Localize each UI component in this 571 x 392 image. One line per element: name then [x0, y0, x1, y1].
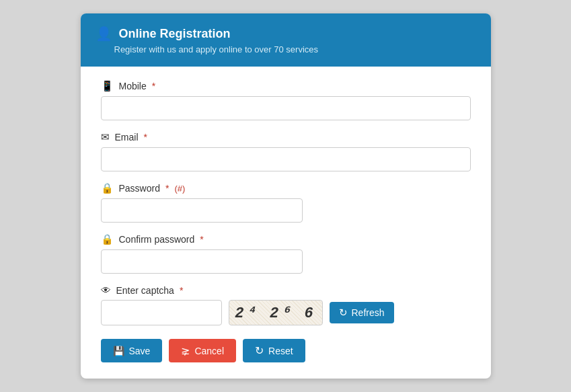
email-input[interactable] [101, 147, 471, 171]
user-icon: 👤 [96, 26, 112, 42]
mobile-required: * [152, 81, 155, 91]
email-required: * [144, 132, 147, 143]
cancel-button[interactable]: ⪈ Cancel [169, 339, 236, 362]
password-hint: (#) [174, 184, 185, 194]
captcha-display: 2⁴ 2⁶ 6 [235, 304, 316, 322]
mobile-icon: 📱 [101, 80, 114, 92]
password-field-group: 🔒 Password* (#) [101, 182, 471, 223]
mobile-field-group: 📱 Mobile* [101, 80, 471, 120]
confirm-password-required: * [200, 234, 203, 245]
captcha-required: * [180, 285, 183, 296]
form-title-row: 👤 Online Registration [96, 26, 476, 42]
refresh-button[interactable]: ↻ Refresh [330, 302, 394, 323]
form-header: 👤 Online Registration Register with us a… [81, 13, 491, 67]
lock2-icon: 🔒 [101, 233, 114, 245]
password-label: 🔒 Password* (#) [101, 182, 471, 194]
reset-button[interactable]: ↻ Reset [243, 339, 305, 362]
confirm-password-field-group: 🔒 Confirm password* [101, 233, 471, 274]
password-input[interactable] [101, 198, 303, 223]
mobile-input[interactable] [101, 96, 471, 120]
cancel-icon: ⪈ [181, 344, 190, 357]
confirm-password-label: 🔒 Confirm password* [101, 233, 471, 245]
refresh-icon: ↻ [339, 307, 348, 319]
confirm-password-input[interactable] [101, 249, 303, 274]
form-subtitle: Register with us and apply online to ove… [96, 44, 476, 54]
email-label: ✉ Email* [101, 131, 471, 143]
captcha-input[interactable] [101, 300, 222, 325]
form-title: Online Registration [119, 27, 231, 41]
email-field-group: ✉ Email* [101, 131, 471, 171]
registration-form-card: 👤 Online Registration Register with us a… [81, 13, 491, 379]
captcha-image: 2⁴ 2⁶ 6 [229, 300, 323, 325]
eye-icon: 👁 [101, 284, 111, 296]
password-required: * [165, 183, 169, 194]
reset-icon: ↻ [255, 344, 264, 357]
captcha-row: 2⁴ 2⁶ 6 ↻ Refresh [101, 300, 471, 325]
mobile-label: 📱 Mobile* [101, 80, 471, 92]
save-button[interactable]: 💾 Save [101, 339, 163, 362]
captcha-label: 👁 Enter captcha * [101, 284, 471, 296]
save-icon: 💾 [113, 346, 124, 356]
form-body: 📱 Mobile* ✉ Email* 🔒 Password* (#) [81, 67, 491, 379]
captcha-field-group: 👁 Enter captcha * 2⁴ 2⁶ 6 ↻ Refresh [101, 284, 471, 325]
email-icon: ✉ [101, 131, 110, 143]
action-buttons-row: 💾 Save ⪈ Cancel ↻ Reset [101, 339, 471, 362]
lock-icon: 🔒 [101, 182, 114, 194]
